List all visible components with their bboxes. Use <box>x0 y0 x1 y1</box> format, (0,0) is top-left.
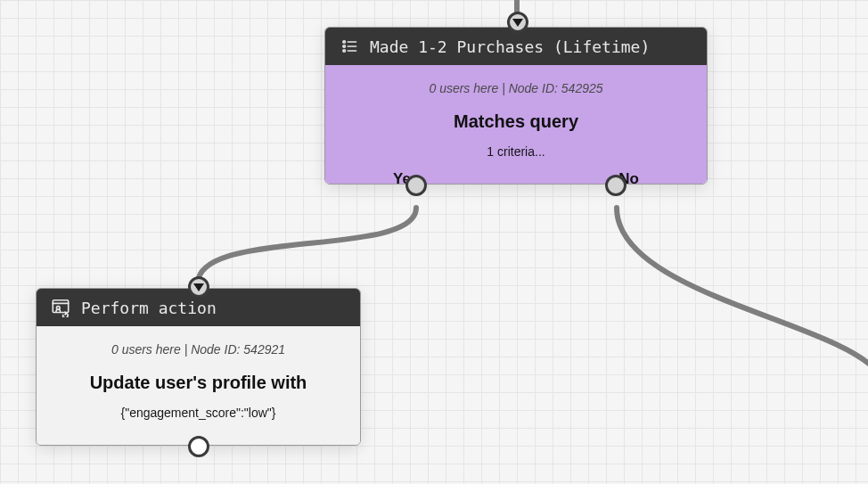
node-body[interactable]: 0 users here | Node ID: 542925 Matches q… <box>325 65 707 184</box>
node-meta: 0 users here | Node ID: 542925 <box>343 81 689 95</box>
port-out-yes[interactable] <box>405 175 427 196</box>
node-main-label: Update user's profile with <box>54 373 342 393</box>
list-check-icon <box>340 37 359 56</box>
node-main-label: Matches query <box>343 111 689 132</box>
node-header[interactable]: Made 1-2 Purchases (Lifetime) <box>325 28 707 65</box>
node-body[interactable]: 0 users here | Node ID: 542921 Update us… <box>37 326 360 445</box>
port-out-no[interactable] <box>605 175 626 196</box>
port-in-top[interactable] <box>507 12 528 33</box>
node-title: Made 1-2 Purchases (Lifetime) <box>370 37 650 56</box>
svg-point-2 <box>343 45 346 48</box>
node-sub-label: {"engagement_score":"low"} <box>54 406 342 420</box>
node-meta: 0 users here | Node ID: 542921 <box>54 342 342 357</box>
port-out-bottom[interactable] <box>188 436 209 457</box>
node-title: Perform action <box>81 299 217 317</box>
node-action-perform[interactable]: Perform action 0 users here | Node ID: 5… <box>36 288 361 446</box>
node-decision-purchases[interactable]: Made 1-2 Purchases (Lifetime) 0 users he… <box>324 27 708 185</box>
svg-point-0 <box>343 41 346 44</box>
action-screen-icon <box>51 298 70 317</box>
port-in-top[interactable] <box>188 276 209 298</box>
svg-point-4 <box>343 50 346 53</box>
node-sub-label: 1 criteria... <box>343 144 689 159</box>
